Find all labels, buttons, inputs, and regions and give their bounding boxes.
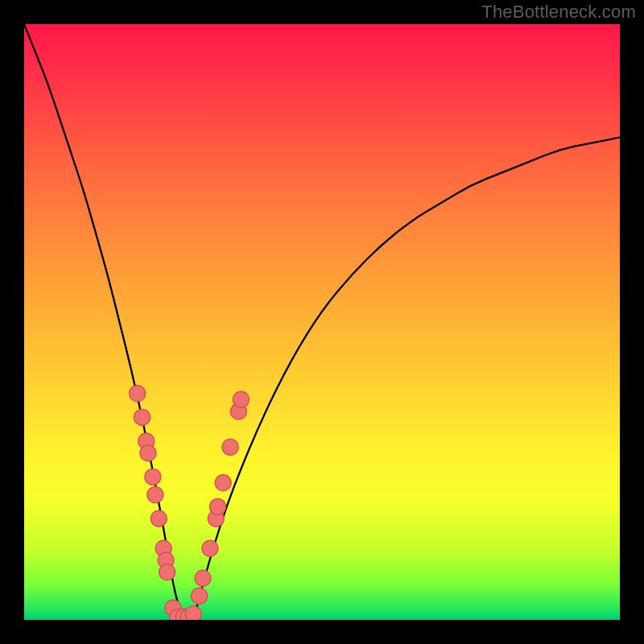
chart-marker	[233, 391, 249, 407]
chart-marker	[134, 409, 151, 425]
chart-marker	[210, 498, 226, 514]
chart-marker	[159, 564, 175, 580]
chart-marker	[130, 386, 146, 402]
chart-marker	[140, 445, 156, 461]
chart-markers	[130, 386, 250, 620]
chart-plot-area	[24, 24, 620, 620]
chart-svg	[24, 24, 620, 620]
chart-marker	[192, 588, 208, 604]
chart-marker	[185, 606, 201, 620]
chart-marker	[147, 487, 163, 503]
chart-marker	[215, 475, 231, 491]
chart-marker	[195, 570, 211, 586]
watermark-label: TheBottleneck.com	[481, 2, 636, 23]
chart-marker	[222, 439, 238, 455]
chart-container: TheBottleneck.com	[0, 0, 644, 644]
chart-marker	[151, 510, 167, 526]
bottleneck-curve	[24, 24, 620, 620]
chart-marker	[202, 540, 218, 556]
chart-marker	[145, 469, 161, 485]
